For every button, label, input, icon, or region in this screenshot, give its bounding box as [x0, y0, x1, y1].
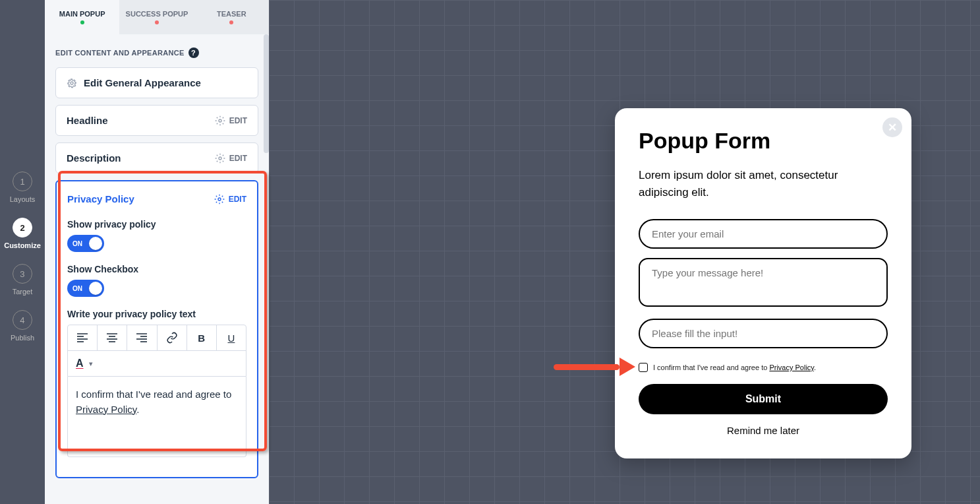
card-general-appearance[interactable]: Edit General Appearance: [55, 67, 258, 98]
step-publish[interactable]: 4 Publish: [11, 310, 34, 342]
align-right-button[interactable]: [127, 325, 157, 350]
align-center-button[interactable]: [98, 325, 127, 350]
step-rail: 1 Layouts 2 Customize 3 Target 4 Publish: [0, 0, 45, 504]
help-icon[interactable]: ?: [188, 47, 199, 58]
close-icon: ✕: [888, 121, 897, 135]
panel-body: EDIT CONTENT AND APPEARANCE ? Edit Gener…: [45, 34, 269, 484]
status-dot-icon: [155, 20, 159, 24]
svg-point-1: [219, 119, 221, 122]
popup-preview: ✕ Popup Form Lorem ipsum dolor sit amet,…: [615, 108, 911, 458]
text-color-button[interactable]: A: [76, 358, 84, 369]
popup-title: Popup Form: [639, 128, 888, 154]
toggle-show-privacy[interactable]: ON: [67, 235, 104, 252]
submit-button[interactable]: Submit: [639, 384, 888, 414]
email-input[interactable]: [639, 219, 888, 249]
privacy-text-editor[interactable]: I confirm that I've read and agree to Pr…: [67, 377, 246, 457]
svg-point-0: [71, 82, 73, 84]
card-headline[interactable]: Headline EDIT: [55, 105, 258, 136]
privacy-title: Privacy Policy: [67, 193, 134, 205]
status-dot-icon: [229, 20, 233, 24]
section-header: EDIT CONTENT AND APPEARANCE ?: [55, 47, 258, 58]
privacy-checkbox[interactable]: [639, 363, 648, 372]
step-layouts[interactable]: 1 Layouts: [10, 172, 36, 203]
gear-icon: [214, 194, 225, 205]
canvas: ✕ Popup Form Lorem ipsum dolor sit amet,…: [269, 0, 980, 504]
show-checkbox-label: Show Checkbox: [67, 264, 246, 274]
customize-panel: MAIN POPUP SUCCESS POPUP TEASER EDIT CON…: [45, 0, 269, 504]
popup-description: Lorem ipsum dolor sit amet, consectetur …: [639, 167, 888, 201]
underline-button[interactable]: U: [217, 325, 246, 350]
tab-main-popup[interactable]: MAIN POPUP: [45, 0, 119, 34]
popup-tabs: MAIN POPUP SUCCESS POPUP TEASER: [45, 0, 269, 34]
show-privacy-label: Show privacy policy: [67, 219, 246, 230]
close-button[interactable]: ✕: [882, 117, 902, 137]
confirm-row: I confirm that I've read and agree to Pr…: [639, 363, 888, 372]
step-target[interactable]: 3 Target: [13, 264, 33, 296]
bold-button[interactable]: B: [187, 325, 217, 350]
privacy-link[interactable]: Privacy Policy: [76, 404, 136, 415]
svg-point-3: [218, 198, 221, 201]
toggle-knob-icon: [89, 282, 102, 295]
toggle-show-checkbox[interactable]: ON: [67, 280, 104, 297]
generic-input[interactable]: [639, 319, 888, 348]
svg-point-2: [219, 157, 221, 160]
link-button[interactable]: [158, 325, 187, 350]
tab-success-popup[interactable]: SUCCESS POPUP: [119, 0, 194, 34]
card-description[interactable]: Description EDIT: [55, 142, 258, 173]
tab-teaser[interactable]: TEASER: [194, 0, 269, 34]
toggle-knob-icon: [89, 237, 102, 250]
step-customize[interactable]: 2 Customize: [4, 218, 41, 249]
remind-later-link[interactable]: Remind me later: [639, 425, 888, 436]
privacy-edit-button[interactable]: EDIT: [214, 194, 246, 205]
align-left-button[interactable]: [68, 325, 98, 350]
card-privacy-policy: Privacy Policy EDIT Show privacy policy …: [55, 180, 258, 478]
status-dot-icon: [80, 20, 84, 24]
popup-privacy-link[interactable]: Privacy Policy: [769, 363, 814, 371]
message-input[interactable]: [639, 258, 888, 307]
gear-icon: [67, 78, 77, 88]
write-text-label: Write your privacy policy text: [67, 309, 246, 319]
gear-icon: [215, 153, 225, 164]
annotation-arrow-icon: [554, 359, 633, 375]
editor-toolbar: B U A ▾: [67, 325, 246, 377]
gear-icon: [215, 115, 225, 126]
chevron-down-icon[interactable]: ▾: [89, 360, 93, 368]
